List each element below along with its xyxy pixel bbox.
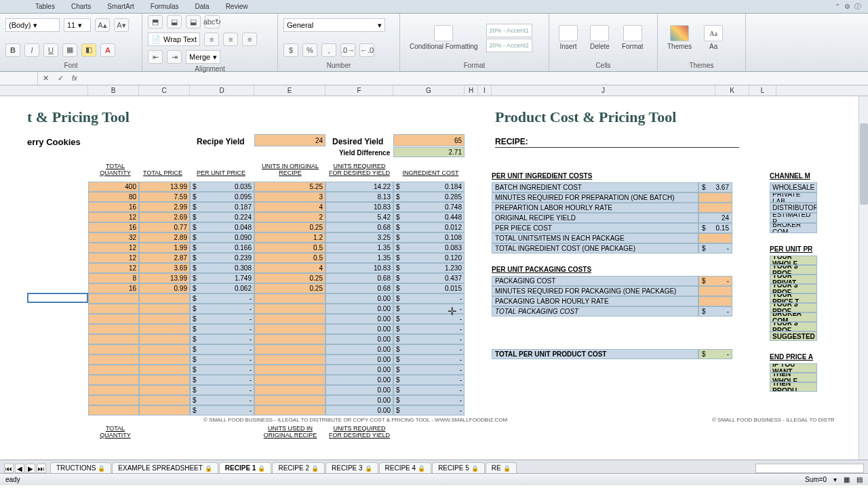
decrease-decimal-button[interactable]: ←.0 xyxy=(359,43,374,57)
align-center-button[interactable]: ≡ xyxy=(223,33,238,46)
fx-icon[interactable]: fx xyxy=(68,75,81,82)
cell-tq-e6[interactable] xyxy=(88,354,139,365)
cell-uo-e7[interactable] xyxy=(254,365,326,375)
collapse-ribbon-icon[interactable]: ⌃ xyxy=(835,3,840,10)
number-format-dropdown[interactable]: General▾ xyxy=(283,18,385,32)
cell-tq-e8[interactable] xyxy=(88,375,139,385)
prev-sheet-button[interactable]: ◀ xyxy=(15,464,24,473)
horizontal-scrollbar[interactable] xyxy=(755,464,864,473)
cell-tp-e10[interactable] xyxy=(139,395,190,405)
insert-button[interactable]: Insert xyxy=(555,22,582,53)
cell-tq-6[interactable]: 12 xyxy=(88,243,139,253)
cell-uo-e5[interactable] xyxy=(254,344,326,354)
cell-tq-e10[interactable] xyxy=(88,395,139,405)
cell-uo-e0[interactable] xyxy=(254,293,326,304)
accent2-style[interactable]: 20% - Accent2 xyxy=(486,39,532,52)
view-normal-button[interactable]: ▦ xyxy=(844,476,850,483)
cell-tp-e11[interactable] xyxy=(139,405,190,415)
cell-uo-2[interactable]: 4 xyxy=(254,202,326,212)
col-header-G[interactable]: G xyxy=(393,85,465,96)
cell-tp-5[interactable]: 2.89 xyxy=(139,232,190,243)
decrease-indent-button[interactable]: ⇤ xyxy=(148,50,163,64)
formula-input[interactable] xyxy=(81,72,868,85)
cell-uo-8[interactable]: 4 xyxy=(254,263,326,273)
cell-uo-7[interactable]: 0.5 xyxy=(254,253,326,263)
col-header-B[interactable]: B xyxy=(88,85,139,96)
increase-font-button[interactable]: A▴ xyxy=(95,18,110,32)
cell-tp-4[interactable]: 0.77 xyxy=(139,222,190,232)
sheet-tab-7[interactable]: RE🔒 xyxy=(486,462,517,473)
percent-button[interactable]: % xyxy=(302,43,317,57)
cell-tq-9[interactable]: 8 xyxy=(88,273,139,283)
cell-tq-e0[interactable] xyxy=(88,293,139,304)
worksheet[interactable]: t & Pricing ToolProduct Cost & Pricing T… xyxy=(0,96,868,460)
cell-tp-7[interactable]: 2.87 xyxy=(139,253,190,263)
conditional-formatting-button[interactable]: Conditional Formatting xyxy=(406,22,482,53)
tab-formulas[interactable]: Formulas xyxy=(142,1,187,12)
cell-tp-e2[interactable] xyxy=(139,314,190,324)
italic-button[interactable]: I xyxy=(24,43,39,57)
accent1-style[interactable]: 20% - Accent1 xyxy=(486,24,532,37)
format-cells-button[interactable]: Format xyxy=(618,22,648,53)
cell-uo-e10[interactable] xyxy=(254,395,326,405)
sheet-tab-5[interactable]: RECIPE 4🔒 xyxy=(379,462,432,473)
cell-tp-1[interactable]: 7.59 xyxy=(139,192,190,202)
cell-uo-3[interactable]: 2 xyxy=(254,212,326,222)
col-header-I[interactable]: I xyxy=(478,85,492,96)
underline-button[interactable]: U xyxy=(43,43,58,57)
cell-uo-5[interactable]: 1.2 xyxy=(254,232,326,243)
cell-tp-3[interactable]: 2.69 xyxy=(139,212,190,222)
tab-smartart[interactable]: SmartArt xyxy=(99,1,142,12)
cell-tq-e2[interactable] xyxy=(88,314,139,324)
fonts-theme-button[interactable]: AaAa xyxy=(700,22,727,53)
cell-tq-10[interactable]: 16 xyxy=(88,283,139,293)
desired-yield-value[interactable]: 65 xyxy=(393,134,465,146)
increase-decimal-button[interactable]: .0→ xyxy=(340,43,355,57)
cell-uo-4[interactable]: 0.25 xyxy=(254,222,326,232)
cancel-icon[interactable]: ✕ xyxy=(38,72,53,85)
next-sheet-button[interactable]: ▶ xyxy=(26,464,35,473)
merge-button[interactable]: Merge▾ xyxy=(186,50,220,64)
fill-color-button[interactable]: ◧ xyxy=(81,43,96,57)
cell-uo-1[interactable]: 3 xyxy=(254,192,326,202)
last-sheet-button[interactable]: ⏭ xyxy=(37,464,46,473)
cell-tq-4[interactable]: 16 xyxy=(88,222,139,232)
cell-uo-10[interactable]: 0.25 xyxy=(254,283,326,293)
vertical-scrollbar[interactable] xyxy=(859,96,868,460)
wrap-text-button[interactable]: 📄Wrap Text xyxy=(148,33,200,46)
col-header-E[interactable]: E xyxy=(254,85,326,96)
align-right-button[interactable]: ≡ xyxy=(242,33,257,46)
themes-button[interactable]: Themes xyxy=(663,22,696,53)
comma-button[interactable]: , xyxy=(321,43,336,57)
col-header-J[interactable]: J xyxy=(492,85,715,96)
cell-tp-e7[interactable] xyxy=(139,365,190,375)
cell-tp-e6[interactable] xyxy=(139,354,190,365)
cell-uo-e8[interactable] xyxy=(254,375,326,385)
sheet-tab-0[interactable]: TRUCTIONS🔒 xyxy=(50,462,111,473)
sheet-tab-6[interactable]: RECIPE 5🔒 xyxy=(432,462,485,473)
first-sheet-button[interactable]: ⏮ xyxy=(4,464,14,473)
gear-icon[interactable]: ⚙ xyxy=(844,3,850,10)
cell-tp-6[interactable]: 1.99 xyxy=(139,243,190,253)
cell-tq-8[interactable]: 12 xyxy=(88,263,139,273)
cell-tq-e5[interactable] xyxy=(88,344,139,354)
cell-tp-e8[interactable] xyxy=(139,375,190,385)
cell-tp-e1[interactable] xyxy=(139,304,190,314)
cell-tq-e11[interactable] xyxy=(88,405,139,415)
font-size-dropdown[interactable]: 11▾ xyxy=(64,18,91,32)
font-name-dropdown[interactable]: (Body)▾ xyxy=(5,18,60,32)
cell-tq-5[interactable]: 32 xyxy=(88,232,139,243)
cell-tq-3[interactable]: 12 xyxy=(88,212,139,222)
delete-button[interactable]: Delete xyxy=(586,22,614,53)
cell-uo-e11[interactable] xyxy=(254,405,326,415)
align-middle-button[interactable]: ⬓ xyxy=(167,15,182,28)
cell-tp-10[interactable]: 0.99 xyxy=(139,283,190,293)
cell-tq-e9[interactable] xyxy=(88,385,139,395)
cell-tq-e7[interactable] xyxy=(88,365,139,375)
border-button[interactable]: ▦ xyxy=(62,43,77,57)
align-bottom-button[interactable]: ⬓ xyxy=(186,15,201,28)
tab-review[interactable]: Review xyxy=(218,1,256,12)
confirm-icon[interactable]: ✓ xyxy=(53,72,68,85)
font-color-button[interactable]: A xyxy=(100,43,115,57)
increase-indent-button[interactable]: ⇥ xyxy=(167,50,182,64)
